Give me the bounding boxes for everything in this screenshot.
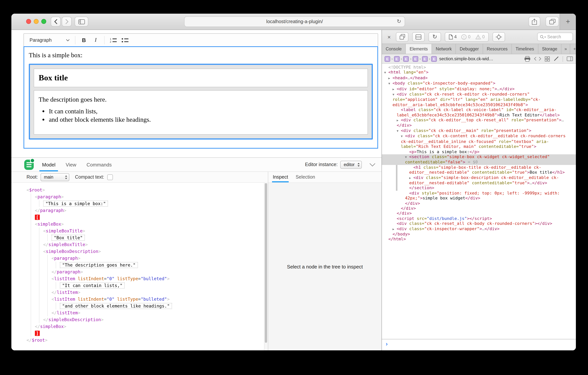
disclosure-open-icon[interactable]: ▼: [401, 134, 405, 139]
dom-node[interactable]: <h1 class="simple-box-title ck-editor__e…: [382, 165, 576, 175]
bold-button[interactable]: B: [78, 35, 90, 44]
back-button[interactable]: [51, 17, 61, 27]
reload-icon[interactable]: ↻: [397, 18, 401, 24]
breadcrumb-element-badge[interactable]: E: [385, 56, 390, 62]
console-prompt[interactable]: ›: [382, 339, 576, 350]
model-tree-node[interactable]: [: [27, 214, 262, 221]
address-bar[interactable]: localhost/creating-a-plugin/ ↻: [184, 16, 405, 27]
dom-node[interactable]: ▶<div id="editor" style="display: none;"…: [382, 86, 576, 92]
model-tree-node[interactable]: "It can contain lists,": [27, 282, 262, 289]
editor-instance-select[interactable]: editor: [340, 161, 362, 168]
grid-overlay-icon[interactable]: [545, 56, 550, 61]
dom-node[interactable]: ▼<div class="ck ck-content ck-editor__ed…: [382, 134, 576, 149]
devtools-reload-button[interactable]: ↻: [429, 32, 441, 42]
dom-node[interactable]: <script src="dist/bundle.js"></script>: [382, 216, 576, 221]
root-select[interactable]: main: [41, 173, 69, 181]
breadcrumb-element-badge[interactable]: E: [422, 56, 428, 62]
print-icon[interactable]: [524, 56, 530, 62]
breadcrumb-element-badge[interactable]: E: [394, 56, 399, 62]
inspector-tab-view[interactable]: View: [66, 158, 76, 171]
disclosure-closed-icon[interactable]: ▶: [392, 87, 397, 92]
paragraph-dropdown[interactable]: Paragraph: [27, 35, 72, 44]
model-tree-node[interactable]: </listItem>: [27, 289, 262, 296]
intro-paragraph[interactable]: This is a simple box:: [29, 52, 373, 59]
bulleted-list-button[interactable]: [119, 35, 131, 44]
model-tree-node[interactable]: </paragraph>: [27, 268, 262, 275]
disclosure-open-icon[interactable]: ▼: [384, 70, 388, 76]
dom-node[interactable]: </div>: [382, 211, 576, 216]
dom-node[interactable]: </body>: [382, 232, 576, 237]
box-title-heading[interactable]: Box title: [34, 73, 368, 83]
dom-node[interactable]: ▼<html lang="en">: [382, 70, 576, 76]
traffic-minimize-button[interactable]: [34, 19, 39, 24]
model-tree-node[interactable]: "Box title": [27, 234, 262, 241]
model-tree-node[interactable]: "and other block elements like headings.…: [27, 303, 262, 309]
devtools-close-button[interactable]: ×: [386, 33, 392, 40]
devtools-tab-network[interactable]: Network: [432, 44, 456, 54]
breadcrumb-element-badge[interactable]: E: [431, 56, 437, 62]
model-tree-node[interactable]: "The description goes here.": [27, 262, 262, 268]
details-sidebar-icon[interactable]: [567, 56, 573, 61]
dom-node[interactable]: ▶<div class="ck ck-editor__top ck-reset_…: [382, 118, 576, 128]
disclosure-open-icon[interactable]: ▼: [405, 155, 409, 160]
dom-node[interactable]: ▼<section class="simple-box ck-widget ck…: [382, 154, 576, 165]
model-tree-node[interactable]: </$root>: [27, 337, 262, 343]
scrollbar-thumb[interactable]: [265, 183, 267, 343]
model-tree-node[interactable]: <simpleBoxDescription>: [27, 248, 262, 255]
model-tree-node[interactable]: <paragraph>: [27, 255, 262, 262]
dom-node[interactable]: ▶<div class="simple-box-description ck-e…: [382, 175, 576, 186]
dom-node[interactable]: </div>: [382, 201, 576, 206]
model-tree-node[interactable]: ]: [27, 330, 262, 337]
model-tree-node[interactable]: <paragraph>: [27, 193, 262, 200]
dom-node[interactable]: ▶<div class="ck-inspector-wrapper">…</di…: [382, 226, 576, 232]
bullet-item[interactable]: and other block elements like headings.: [49, 116, 363, 124]
dom-node[interactable]: ▼<body class="ck-inspector-body-expanded…: [382, 81, 576, 86]
dom-node[interactable]: ▶<head>…</head>: [382, 76, 576, 81]
share-button[interactable]: [528, 17, 540, 27]
editor-editable-area[interactable]: This is a simple box: Box title The desc…: [23, 46, 378, 149]
devtools-tab-timelines[interactable]: Timelines: [512, 44, 538, 54]
description-paragraph[interactable]: The description goes here.: [39, 96, 363, 103]
model-tree-node[interactable]: </simpleBoxTitle>: [27, 241, 262, 248]
model-tree-node[interactable]: <simpleBoxTitle>: [27, 228, 262, 234]
forward-button[interactable]: [62, 17, 72, 27]
devtools-tab-console[interactable]: Console: [382, 44, 406, 54]
bullet-item[interactable]: It can contain lists,: [49, 108, 363, 115]
italic-button[interactable]: I: [90, 35, 102, 44]
page-resource-count[interactable]: 4: [449, 34, 457, 39]
disclosure-open-icon[interactable]: ▼: [397, 129, 401, 134]
new-tab-button[interactable]: +: [560, 14, 576, 30]
inspector-collapse-button[interactable]: [369, 163, 376, 166]
model-tree-node[interactable]: </simpleBoxDescription>: [27, 316, 262, 323]
inspector-tab-model[interactable]: Model: [42, 158, 55, 171]
disclosure-closed-icon[interactable]: ▶: [392, 227, 397, 232]
widget-bullet-list[interactable]: It can contain lists,and other block ele…: [39, 108, 363, 124]
compact-text-checkbox[interactable]: [107, 174, 113, 180]
devtools-search-field[interactable]: ▾ Search: [537, 33, 573, 41]
dom-node[interactable]: <div style="position: fixed; top: 0px; l…: [382, 191, 576, 201]
devtools-tab-debugger[interactable]: Debugger: [456, 44, 483, 54]
disclosure-closed-icon[interactable]: ▶: [388, 76, 392, 81]
inspector-panel-tab-inspect[interactable]: Inspect: [272, 172, 289, 182]
breadcrumb-element-badge[interactable]: E: [413, 56, 418, 62]
traffic-zoom-button[interactable]: [41, 19, 46, 24]
simple-box-widget[interactable]: Box title The description goes here. It …: [29, 64, 373, 140]
warning-count[interactable]: 0: [475, 34, 485, 39]
model-tree-node[interactable]: <$root>: [27, 187, 262, 193]
disclosure-open-icon[interactable]: ▼: [388, 81, 392, 86]
model-tree-node[interactable]: <simpleBox>: [27, 221, 262, 228]
numbered-list-button[interactable]: 12: [107, 35, 119, 44]
disclosure-closed-icon[interactable]: ▶: [409, 175, 413, 180]
devtools-detach-button[interactable]: [396, 32, 409, 42]
model-tree-node[interactable]: </simpleBox>: [27, 323, 262, 330]
dom-node[interactable]: </div>: [382, 206, 576, 211]
model-tree-node[interactable]: </listItem>: [27, 309, 262, 316]
inspector-panel-tab-selection[interactable]: Selection: [295, 172, 316, 182]
devtools-dock-button[interactable]: [412, 32, 425, 42]
show-source-code-icon[interactable]: [534, 57, 541, 61]
error-count[interactable]: 0: [462, 34, 471, 39]
traffic-close-button[interactable]: [26, 19, 31, 24]
element-picker-button[interactable]: [493, 32, 505, 42]
devtools-add-tab-button[interactable]: +: [570, 44, 576, 54]
breadcrumb-element-badge[interactable]: E: [403, 56, 409, 62]
